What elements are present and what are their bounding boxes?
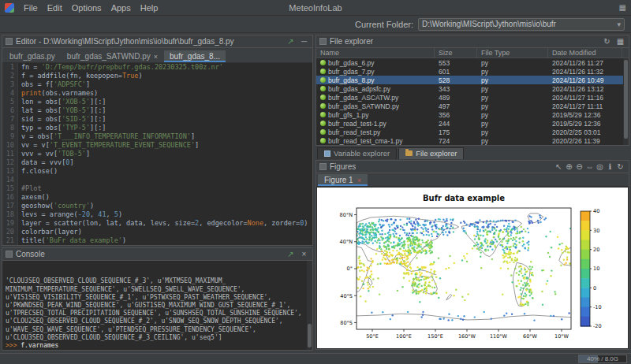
figure-tab-label: Figure 1 — [324, 176, 353, 184]
code-text: sid = obs['SID-5'][:] — [18, 115, 106, 124]
current-folder-value: D:\Working\MIScript\Jython\mis\io\bufr — [422, 20, 556, 28]
file-table-scrollbar[interactable] — [623, 58, 629, 145]
file-name-cell: bufr_gdas_6.py — [316, 59, 435, 67]
pan-icon[interactable]: ⇔ — [584, 162, 595, 171]
code-line: 17geoshow('country') — [2, 202, 312, 210]
table-row[interactable]: bufr_gdas_SATWND.py497py2024/11/27 11:11 — [316, 102, 629, 110]
figure-tab[interactable]: Figure 1 × — [318, 174, 368, 186]
tab-file-explorer[interactable]: File explorer — [398, 147, 464, 159]
table-row[interactable]: bufr_gdas_ASCATW.py489py2024/11/27 11:16 — [316, 93, 629, 102]
column-header-date-modified[interactable]: Date Modified — [548, 48, 622, 58]
python-file-icon — [320, 69, 326, 74]
status-bar: 40% / 8.0G — [0, 353, 631, 364]
file-table-scrollbar-thumb[interactable] — [624, 60, 628, 139]
console-output[interactable]: 'CLOU3SEQ_OBSERVED_CLOUD_SEQUENCE_#_3', … — [2, 261, 312, 350]
memory-indicator[interactable]: 40% / 8.0G — [578, 355, 627, 363]
editor-tab-label: bufr_gdas_8... — [170, 52, 220, 61]
tab-close-icon[interactable]: × — [154, 53, 158, 61]
info-icon[interactable]: ℹ — [605, 162, 615, 171]
line-number: 10 — [2, 141, 18, 150]
figure-tab-close-icon[interactable]: × — [357, 176, 361, 184]
file-name: bufr_gdas_adpsfc.py — [328, 85, 390, 93]
menu-apps[interactable]: Apps — [106, 2, 136, 13]
svg-text:80°N: 80°N — [340, 212, 353, 218]
file-date-cell: 2020/2/25 03:01 — [548, 128, 622, 136]
refresh-icon[interactable]: ↻ — [602, 37, 612, 46]
code-text: obs = f['ADPSFC'] — [18, 80, 90, 89]
refresh-icon[interactable]: ↻ — [615, 162, 625, 171]
menu-file[interactable]: File — [19, 2, 43, 13]
file-date-cell: 2024/11/27 11:11 — [548, 102, 622, 110]
console-header: Console ↗ × — [2, 248, 312, 261]
table-row[interactable]: bufr_read_test-1.py244py2019/5/29 12:36 — [316, 119, 629, 128]
menu-help[interactable]: Help — [136, 2, 163, 13]
figures-toolbar: ↖⊕⊖⇔◎ℹ↻ — [554, 162, 625, 171]
console-prompt-line: >>> f.varnames — [6, 342, 304, 350]
float-panel-icon[interactable]: ↗ — [286, 37, 296, 46]
editor-tab[interactable]: bufr_gdas.py — [4, 50, 61, 62]
python-file-icon — [320, 60, 326, 65]
table-row[interactable]: bufr_gfs_1.py356py2019/5/29 12:36 — [316, 110, 629, 119]
console-scrollbar[interactable] — [307, 261, 312, 350]
menu-options[interactable]: Options — [67, 2, 106, 13]
current-folder-label: Current Folder: — [355, 20, 413, 29]
svg-text:20: 20 — [593, 247, 599, 253]
line-number: 11 — [2, 150, 18, 158]
file-name-cell: bufr_gfs_1.py — [316, 111, 435, 119]
editor-tab[interactable]: bufr_gdas_8... — [164, 50, 226, 62]
file-name-cell: bufr_read_test.py — [316, 128, 435, 136]
code-text: layer = scatter(lon, lat, data, levs, si… — [18, 219, 308, 228]
code-line: 14 — [2, 176, 312, 184]
table-row[interactable]: bufr_gdas_adpsfc.py343py2024/11/26 13:12 — [316, 84, 629, 93]
console-float-icon[interactable]: ↗ — [286, 250, 296, 258]
code-line: 6lat = obs['YOB-5'][:] — [2, 106, 312, 115]
code-text: geoshow('country') — [18, 202, 94, 210]
zoom-out-icon[interactable]: ⊖ — [574, 162, 584, 171]
table-row[interactable]: bufr_gdas_8.py528py2024/11/26 10:49 — [316, 76, 629, 84]
figure-tab-bar: Figure 1 × — [316, 173, 629, 187]
python-file-icon — [320, 129, 326, 135]
menu-edit[interactable]: Edit — [43, 2, 67, 13]
console-scrollbar-thumb[interactable] — [308, 324, 312, 347]
window-menu-icon[interactable]: ▦ — [619, 3, 626, 12]
code-text: axesm() — [18, 193, 50, 202]
column-header-size[interactable]: Size — [435, 48, 477, 58]
line-number: 9 — [2, 132, 18, 141]
console-close-icon[interactable]: × — [299, 250, 309, 258]
table-row[interactable]: bufr_gdas_7.py601py2024/11/26 11:32 — [316, 67, 629, 76]
zoom-in-icon[interactable]: ⊕ — [564, 162, 574, 171]
dropdown-arrow-icon[interactable]: ▾ — [617, 20, 621, 28]
file-size-cell: 601 — [435, 68, 477, 76]
code-line: 5lon = obs['XOB-5'][:] — [2, 98, 312, 106]
current-folder-combo[interactable]: D:\Working\MIScript\Jython\mis\io\bufr ▾ — [418, 18, 625, 31]
memory-text: 40% / 8.0G — [579, 355, 626, 363]
globe-icon[interactable]: ◎ — [595, 162, 605, 171]
editor-tab[interactable]: bufr_gdas_SATWND.py× — [62, 50, 163, 62]
code-text: lon = obs['XOB-5'][:] — [18, 98, 106, 106]
table-row[interactable]: bufr_gdas_6.py553py2024/11/26 11:27 — [316, 58, 629, 67]
console-output-line: u'CLOU2SEQ_OBSERVED_CLOUD_SEQUENCE_#_2',… — [6, 318, 304, 325]
line-number: 12 — [2, 158, 18, 167]
select-icon[interactable]: ↖ — [554, 162, 564, 171]
minimize-panel-icon[interactable]: ─ — [299, 37, 309, 46]
tab-variable-explorer[interactable]: Variable explorer — [317, 147, 397, 159]
file-date-cell: 2024/11/26 13:12 — [548, 85, 622, 93]
file-date-cell: 2019/5/29 12:36 — [548, 120, 622, 128]
file-type-cell: py — [477, 76, 548, 84]
file-explorer-panel-icon — [319, 38, 327, 45]
console-output-line: MINIMUM_TEMPERATURE_SEQUENCE', u'SWELLSE… — [6, 286, 304, 294]
column-header-name[interactable]: Name — [316, 48, 435, 58]
table-row[interactable]: bufr_read_test.py175py2020/2/25 03:01 — [316, 128, 629, 136]
column-header-file-type[interactable]: File Type — [477, 48, 548, 58]
python-file-icon — [320, 121, 326, 126]
table-row[interactable]: bufr_read_test_cma-1.py724py2020/2/26 11… — [316, 136, 629, 145]
file-size-cell: 553 — [435, 59, 477, 67]
code-text: vvv = vv['TOB-5'] — [18, 150, 90, 158]
file-name: bufr_read_test_cma-1.py — [328, 137, 403, 145]
code-line: 15#Plot — [2, 184, 312, 193]
svg-text:60°W: 60°W — [523, 333, 538, 340]
file-table-header: NameSizeFile TypeDate Modified — [316, 48, 629, 58]
code-editor[interactable]: 1fn = 'D:/Temp/bufr/prepbufr.gdas.202303… — [2, 63, 312, 245]
map-figure[interactable]: Bufr data example50°E100°E150°E160°W110°… — [317, 188, 628, 348]
view-mode-icon[interactable]: ▦ — [615, 37, 625, 46]
